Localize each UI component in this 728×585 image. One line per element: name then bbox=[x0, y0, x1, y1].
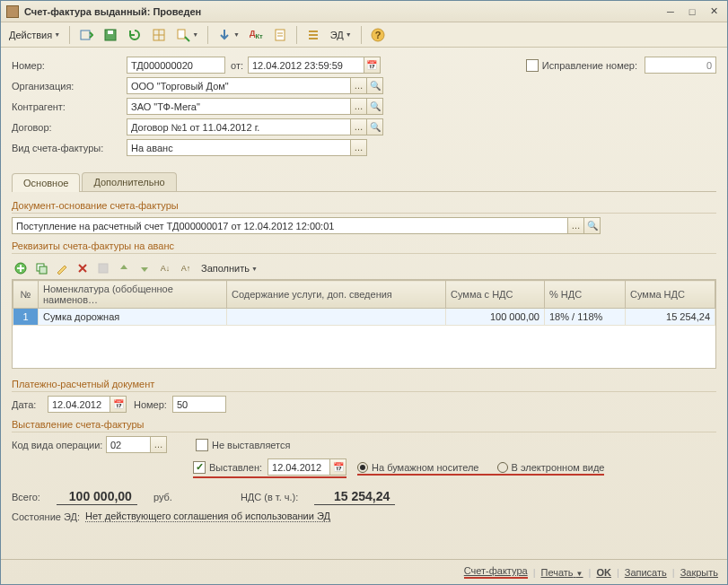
refresh-icon[interactable] bbox=[124, 25, 145, 45]
col-num[interactable]: № bbox=[13, 281, 39, 309]
total-amount: 100 000,00 bbox=[57, 489, 137, 505]
section-requisites: Реквизиты счета-фактуры на аванс bbox=[12, 238, 716, 254]
payment-calendar-icon[interactable]: 📅 bbox=[110, 396, 127, 413]
org-ellipsis[interactable]: … bbox=[351, 77, 367, 94]
svg-rect-17 bbox=[39, 266, 47, 274]
invoice-link[interactable]: Счет-фактура bbox=[464, 565, 528, 579]
counteragent-field[interactable] bbox=[127, 98, 351, 115]
svg-rect-6 bbox=[178, 30, 185, 39]
svg-rect-18 bbox=[99, 264, 108, 273]
svg-rect-7 bbox=[276, 30, 285, 40]
counteragent-label: Контрагент: bbox=[12, 101, 127, 112]
issued-date-field[interactable] bbox=[268, 458, 330, 476]
report-icon[interactable] bbox=[269, 25, 291, 45]
row-nds[interactable]: 15 254,24 bbox=[626, 309, 715, 326]
close-window-button[interactable]: ✕ bbox=[706, 4, 722, 19]
issued-label: Выставлен: bbox=[209, 462, 262, 473]
post-icon[interactable] bbox=[75, 25, 97, 45]
not-issued-checkbox[interactable] bbox=[196, 439, 208, 451]
calendar-icon[interactable]: 📅 bbox=[364, 57, 381, 74]
paper-radio[interactable] bbox=[357, 462, 368, 473]
number-field[interactable] bbox=[127, 57, 225, 74]
move-down-icon[interactable] bbox=[136, 259, 153, 277]
org-lookup-icon[interactable]: 🔍 bbox=[367, 77, 383, 94]
tab-main-body: Документ-основание счета-фактуры …🔍 Рекв… bbox=[12, 192, 716, 554]
list-icon[interactable] bbox=[303, 25, 324, 45]
actions-dropdown[interactable]: Действия▼ bbox=[5, 25, 64, 45]
issued-checkbox[interactable]: ✓ bbox=[193, 461, 206, 474]
payment-number-field[interactable] bbox=[172, 396, 226, 413]
kind-label: Вид счета-фактуры: bbox=[12, 143, 127, 153]
issued-calendar-icon[interactable]: 📅 bbox=[330, 458, 346, 476]
move-up-icon[interactable] bbox=[115, 259, 133, 277]
copy-row-icon[interactable] bbox=[32, 259, 50, 277]
electronic-radio[interactable] bbox=[497, 462, 508, 473]
col-pct-nds[interactable]: % НДС bbox=[545, 281, 626, 309]
based-on-icon[interactable]: ▼ bbox=[172, 25, 202, 45]
col-content[interactable]: Содержание услуги, доп. сведения bbox=[227, 281, 446, 309]
tab-extra[interactable]: Дополнительно bbox=[82, 172, 176, 191]
date-field[interactable] bbox=[248, 57, 364, 74]
correction-number-field[interactable] bbox=[645, 57, 716, 74]
correction-checkbox[interactable] bbox=[526, 59, 539, 72]
row-pct[interactable]: 18% / 118% bbox=[545, 309, 626, 326]
payment-date-label: Дата: bbox=[12, 399, 48, 410]
grid: № Номенклатура (обобщенное наименов… Сод… bbox=[12, 279, 716, 369]
sort-asc-icon[interactable]: A↓ bbox=[156, 259, 174, 277]
basis-ellipsis[interactable]: … bbox=[568, 217, 584, 234]
maximize-button[interactable]: □ bbox=[684, 4, 700, 19]
contract-field[interactable] bbox=[127, 118, 351, 135]
contract-label: Договор: bbox=[12, 122, 127, 133]
from-label: от: bbox=[231, 60, 243, 71]
counteragent-ellipsis[interactable]: … bbox=[351, 98, 367, 115]
sort-desc-icon[interactable]: A↑ bbox=[177, 259, 195, 277]
total-label: Всего: bbox=[12, 492, 40, 502]
dkt-icon[interactable]: ДКт bbox=[246, 25, 267, 45]
delete-row-icon[interactable] bbox=[74, 259, 92, 277]
payment-date-field[interactable] bbox=[48, 396, 110, 413]
ed-dropdown[interactable]: ЭД▼ bbox=[327, 25, 355, 45]
row-nomenclature[interactable]: Сумка дорожная bbox=[39, 309, 227, 326]
help-icon[interactable]: ? bbox=[367, 25, 389, 45]
contract-ellipsis[interactable]: … bbox=[351, 118, 367, 135]
ed-state-link[interactable]: Нет действующего соглашения об использов… bbox=[85, 511, 330, 522]
structure-icon[interactable] bbox=[148, 25, 170, 45]
save-grid-icon[interactable] bbox=[94, 259, 112, 277]
col-amt-nds[interactable]: Сумма НДС bbox=[626, 281, 715, 309]
kind-field[interactable] bbox=[127, 139, 351, 156]
basis-lookup-icon[interactable]: 🔍 bbox=[584, 217, 601, 234]
table-row[interactable]: 1 Сумка дорожная 100 000,00 18% / 118% 1… bbox=[13, 309, 715, 326]
counteragent-lookup-icon[interactable]: 🔍 bbox=[367, 98, 383, 115]
window-icon bbox=[6, 5, 19, 18]
section-payment: Платежно-расчетный документ bbox=[12, 376, 716, 392]
correction-label: Исправление номер: bbox=[542, 60, 637, 71]
org-field[interactable] bbox=[127, 77, 351, 94]
basis-doc-field[interactable] bbox=[12, 217, 568, 234]
number-label: Номер: bbox=[12, 60, 127, 71]
tab-main[interactable]: Основное bbox=[12, 173, 80, 192]
save-icon[interactable] bbox=[100, 25, 121, 45]
opcode-field[interactable] bbox=[106, 436, 151, 453]
svg-rect-0 bbox=[81, 31, 90, 39]
kind-ellipsis[interactable]: … bbox=[351, 139, 367, 156]
row-sum[interactable]: 100 000,00 bbox=[446, 309, 545, 326]
opcode-ellipsis[interactable]: … bbox=[151, 436, 167, 453]
col-nomenclature[interactable]: Номенклатура (обобщенное наименов… bbox=[39, 281, 227, 309]
contract-lookup-icon[interactable]: 🔍 bbox=[367, 118, 383, 135]
add-row-icon[interactable] bbox=[12, 259, 30, 277]
toolbar: Действия▼ ▼ ▼ ДКт ЭД▼ ? bbox=[1, 22, 727, 48]
print-dropdown[interactable]: Печать ▼ bbox=[541, 567, 583, 578]
fill-dropdown[interactable]: Заполнить▼ bbox=[197, 259, 261, 277]
nds-amount: 15 254,24 bbox=[314, 489, 395, 505]
ok-button[interactable]: OK bbox=[596, 567, 611, 578]
nds-label: НДС (в т. ч.): bbox=[241, 492, 298, 502]
edit-row-icon[interactable] bbox=[53, 259, 71, 277]
save-button[interactable]: Записать bbox=[625, 567, 667, 578]
col-sum-nds[interactable]: Сумма с НДС bbox=[446, 281, 545, 309]
row-num: 1 bbox=[13, 309, 39, 326]
electronic-label: В электронном виде bbox=[512, 462, 605, 473]
row-content[interactable] bbox=[227, 309, 446, 326]
minimize-button[interactable]: ─ bbox=[662, 4, 679, 19]
close-button[interactable]: Закрыть bbox=[680, 567, 718, 578]
navigate-icon[interactable]: ▼ bbox=[214, 25, 243, 45]
